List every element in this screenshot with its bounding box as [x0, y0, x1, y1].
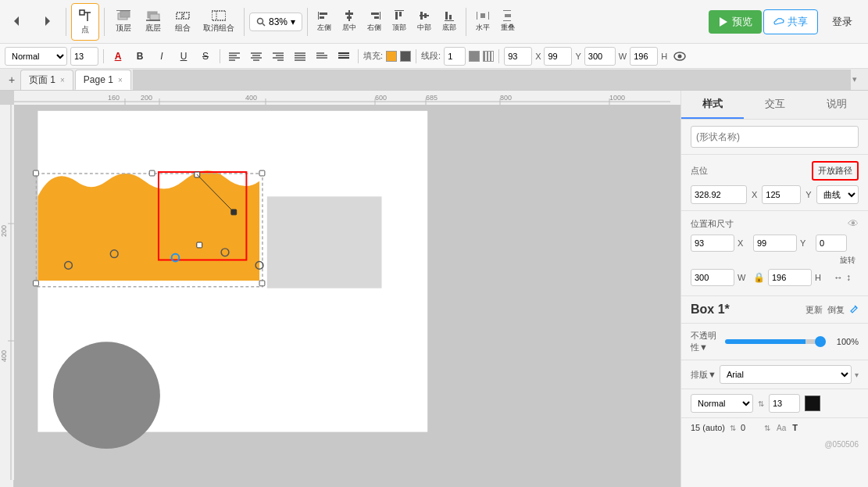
- tab-page1-close[interactable]: ×: [60, 76, 65, 84]
- pos-h-label: H: [815, 273, 827, 282]
- distribute-h-btn[interactable]: 水平: [471, 6, 495, 38]
- tab-description[interactable]: 说明: [805, 91, 868, 119]
- opacity-slider[interactable]: [725, 339, 826, 344]
- watermark: @050506: [681, 437, 868, 452]
- edit-style-btn[interactable]: [849, 304, 859, 316]
- pos-h-input[interactable]: [768, 269, 812, 286]
- pos-x-input[interactable]: [691, 235, 734, 252]
- svg-rect-11: [177, 13, 182, 19]
- stroke-color-box[interactable]: [469, 51, 480, 62]
- x-input[interactable]: [504, 47, 532, 66]
- svg-text:200: 200: [141, 94, 152, 102]
- zoom-dropdown-icon[interactable]: ▾: [291, 16, 295, 27]
- bottom-layer-btn[interactable]: 底层: [139, 3, 167, 41]
- style-select[interactable]: Normal: [5, 47, 67, 66]
- svg-text:400: 400: [245, 94, 257, 102]
- font-dropdown-icon[interactable]: ▾: [855, 371, 859, 379]
- zoom-control[interactable]: 83% ▾: [249, 13, 302, 31]
- strikethrough-btn[interactable]: S: [196, 47, 215, 66]
- anchor-x-input[interactable]: [691, 185, 747, 204]
- play-icon: [718, 16, 729, 27]
- w-input[interactable]: [584, 47, 616, 66]
- font-section-label: 排版▼: [691, 369, 716, 381]
- preview-btn[interactable]: 预览: [709, 10, 762, 34]
- align-top-btn[interactable]: 顶部: [388, 6, 411, 38]
- pos-w-input[interactable]: [691, 269, 734, 286]
- cloud-icon: [773, 16, 784, 27]
- group-label: 组合: [175, 23, 191, 34]
- align-text-right-btn[interactable]: [269, 47, 288, 66]
- share-label: 共享: [788, 15, 808, 29]
- curve-select[interactable]: 曲线: [816, 185, 859, 204]
- tab-page1[interactable]: 页面 1 ×: [20, 70, 73, 90]
- font-color-btn[interactable]: A: [109, 47, 127, 66]
- position-eye-icon[interactable]: 👁: [848, 217, 859, 230]
- pos-rotate-input[interactable]: [816, 235, 847, 252]
- anchor-y-input[interactable]: [762, 185, 801, 204]
- share-btn[interactable]: 共享: [763, 9, 818, 34]
- duplicate-btn[interactable]: 倒复: [827, 304, 845, 316]
- svg-rect-82: [0, 105, 14, 480]
- align-text-justify-btn[interactable]: [291, 47, 309, 66]
- tab-style[interactable]: 样式: [681, 91, 744, 119]
- pos-y-input[interactable]: [753, 235, 797, 252]
- underline-btn[interactable]: U: [174, 47, 193, 66]
- tab-page1-label: 页面 1: [29, 73, 55, 87]
- h-input[interactable]: [630, 47, 658, 66]
- point-tool-btn[interactable]: 点: [71, 3, 99, 41]
- anchor-x-label: X: [752, 190, 757, 199]
- canvas-area[interactable]: 160 200 400 600 685 800 1000 200: [0, 91, 680, 487]
- align-text-left-btn[interactable]: [225, 47, 244, 66]
- font-size-val-input[interactable]: [769, 394, 800, 413]
- login-btn[interactable]: 登录: [820, 10, 865, 34]
- bold-btn[interactable]: B: [130, 47, 149, 66]
- tab-page2-close[interactable]: ×: [118, 76, 123, 84]
- align-center-label: 居中: [342, 23, 356, 33]
- svg-rect-13: [212, 11, 226, 20]
- font-size-input[interactable]: [70, 47, 98, 66]
- align-right-btn[interactable]: 右侧: [363, 6, 386, 38]
- stroke-value-input[interactable]: [444, 47, 466, 66]
- tab-page2-label: Page 1: [84, 74, 113, 85]
- canvas-content[interactable]: [14, 105, 680, 487]
- update-btn[interactable]: 更新: [805, 304, 823, 316]
- font-select[interactable]: Arial: [720, 365, 852, 384]
- svg-text:685: 685: [426, 94, 438, 102]
- opacity-row: 不透明性▼ 100%: [681, 324, 868, 360]
- sep-fmt2: [220, 49, 220, 63]
- lock-icon[interactable]: 🔒: [753, 272, 765, 283]
- back-btn[interactable]: [3, 3, 31, 41]
- svg-rect-25: [374, 16, 379, 19]
- forward-btn[interactable]: [33, 3, 61, 41]
- fill-color-dark[interactable]: [400, 51, 411, 62]
- align-bottom-btn[interactable]: 底部: [438, 6, 461, 38]
- line-spacing-icon: ⇅: [730, 424, 736, 432]
- font-color-swatch[interactable]: [805, 396, 820, 411]
- fill-color-orange[interactable]: [386, 51, 397, 62]
- text-clip-btn[interactable]: [334, 47, 353, 66]
- ungroup-btn[interactable]: 取消组合: [198, 3, 239, 41]
- distribute-v-btn[interactable]: 重叠: [496, 6, 520, 38]
- visibility-toggle-btn[interactable]: [670, 47, 689, 66]
- normal-style-select[interactable]: Normal: [691, 394, 753, 413]
- text-overflow-btn[interactable]: [313, 47, 331, 66]
- align-left-btn[interactable]: 左侧: [313, 6, 336, 38]
- italic-btn[interactable]: I: [152, 47, 171, 66]
- svg-rect-33: [445, 12, 448, 20]
- add-page-btn[interactable]: +: [5, 73, 19, 86]
- align-text-center-btn[interactable]: [247, 47, 266, 66]
- position-label: 位置和尺寸: [691, 218, 734, 230]
- top-layer-btn[interactable]: 顶层: [109, 3, 138, 41]
- tab-interact-label: 交互: [765, 98, 785, 109]
- stroke-pattern-box[interactable]: [483, 51, 494, 62]
- anchor-section: 点位 开放路径 X Y 曲线: [681, 155, 868, 211]
- group-btn[interactable]: 组合: [169, 3, 197, 41]
- shape-name-input[interactable]: [691, 126, 859, 148]
- y-input[interactable]: [544, 47, 572, 66]
- tab-interact[interactable]: 交互: [744, 91, 806, 119]
- align-middle-btn[interactable]: 中部: [413, 6, 436, 38]
- char-spacing-icon: ⇅: [764, 424, 770, 432]
- anchor-y-label: Y: [805, 190, 811, 199]
- tab-page2[interactable]: Page 1 ×: [75, 70, 131, 90]
- align-center-btn[interactable]: 居中: [338, 6, 361, 38]
